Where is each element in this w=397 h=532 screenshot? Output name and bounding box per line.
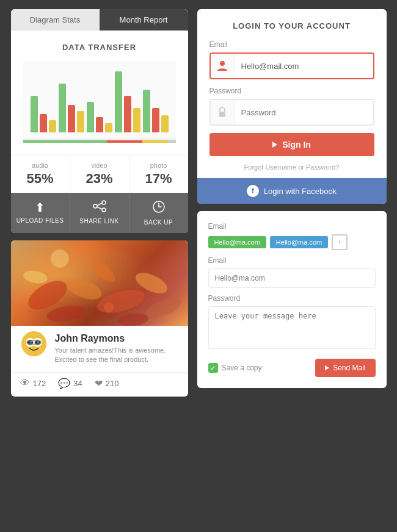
play-icon — [272, 142, 277, 148]
email-tags-row: Hello@ma.com Hello@ma.com + — [208, 234, 376, 250]
svg-line-4 — [97, 203, 102, 206]
password-input[interactable] — [235, 103, 373, 122]
svg-rect-28 — [219, 112, 225, 117]
email-input-wrapper — [209, 52, 374, 79]
bar-photo-3 — [105, 123, 112, 132]
bar-audio-3 — [87, 102, 94, 132]
left-column: Diagram Stats Month Report DATA TRANSFER — [11, 9, 188, 397]
profile-name: John Raymons — [55, 333, 179, 344]
profile-text: John Raymons Your talent amazes!This is … — [55, 333, 179, 365]
password-input-wrapper — [209, 99, 374, 126]
email-label: Email — [209, 40, 374, 49]
profile-image — [11, 240, 188, 326]
data-transfer-title: DATA TRANSFER — [23, 43, 176, 52]
stat-video: video 23% — [70, 156, 129, 193]
svg-point-27 — [220, 61, 225, 66]
strip-gray — [168, 140, 176, 143]
svg-point-10 — [45, 303, 86, 325]
email2-label: Email — [208, 256, 376, 265]
login-title: LOGIN TO YOUR ACCOUNT — [209, 21, 374, 31]
email-form-card: Email Hello@ma.com Hello@ma.com + Email … — [197, 211, 387, 388]
eye-icon: 👁 — [20, 378, 30, 389]
profile-bio: Your talent amazes!This is awesome. Exci… — [55, 346, 179, 365]
bar-video-2 — [68, 105, 75, 132]
tab-diagram-stats[interactable]: Diagram Stats — [11, 9, 100, 31]
form-footer: ✓ Save a copy Send Mail — [208, 359, 376, 377]
svg-point-8 — [95, 286, 147, 317]
stat-audio: audio 55% — [11, 156, 70, 193]
tabs-header: Diagram Stats Month Report — [11, 9, 188, 31]
right-column: LOGIN TO YOUR ACCOUNT Email Password — [197, 9, 387, 388]
bar-audio-1 — [31, 96, 38, 132]
strip-yellow — [142, 140, 169, 143]
save-copy-checkbox[interactable]: ✓ — [208, 363, 218, 373]
color-strip — [23, 140, 176, 143]
bar-audio-2 — [59, 84, 66, 132]
back-up-button[interactable]: BACK UP — [129, 193, 188, 233]
bar-photo-2 — [77, 111, 84, 132]
stats-card: Diagram Stats Month Report DATA TRANSFER — [11, 9, 188, 233]
svg-point-1 — [102, 208, 106, 212]
share-link-button[interactable]: SHARE LINK — [70, 193, 129, 233]
backup-icon — [133, 200, 185, 217]
svg-point-7 — [64, 275, 104, 304]
profile-card: John Raymons Your talent amazes!This is … — [11, 240, 188, 397]
bar-photo-5 — [161, 115, 169, 132]
profile-stat-views: 👁 172 — [20, 378, 46, 389]
message-textarea[interactable] — [208, 306, 376, 349]
user-icon — [211, 54, 235, 78]
facebook-icon: f — [247, 185, 259, 197]
bar-video-4 — [124, 96, 131, 132]
forgot-password-link[interactable]: Forgot Username or Password? — [209, 164, 374, 171]
bar-chart — [23, 61, 176, 140]
svg-point-12 — [144, 294, 183, 320]
email2-input[interactable] — [208, 268, 376, 288]
profile-stats: 👁 172 💬 34 ❤ 210 — [11, 372, 188, 397]
avatar — [20, 330, 48, 358]
stats-row: audio 55% video 23% photo 17% — [11, 155, 188, 193]
comment-icon: 💬 — [58, 378, 70, 389]
send-icon — [325, 365, 329, 370]
bar-audio-5 — [143, 90, 150, 132]
sign-in-button[interactable]: Sign In — [209, 133, 374, 156]
lock-icon — [211, 100, 235, 124]
bar-video-5 — [152, 108, 159, 132]
svg-point-11 — [87, 256, 118, 285]
bar-audio-4 — [115, 71, 122, 132]
bar-video-3 — [96, 117, 103, 132]
svg-point-13 — [22, 269, 48, 286]
share-icon — [73, 200, 126, 215]
profile-stat-likes: ❤ 210 — [95, 378, 119, 389]
email-tag-1[interactable]: Hello@ma.com — [208, 236, 266, 248]
svg-line-3 — [97, 207, 102, 209]
email-tags-label: Email — [208, 222, 376, 231]
bar-video-1 — [40, 114, 47, 132]
svg-point-14 — [117, 312, 149, 326]
strip-green — [23, 140, 107, 143]
bar-photo-4 — [133, 108, 140, 132]
heart-icon: ❤ — [95, 378, 103, 389]
password2-label: Password — [208, 294, 376, 303]
email-input[interactable] — [235, 57, 373, 76]
svg-point-25 — [37, 341, 38, 342]
add-tag-button[interactable]: + — [332, 234, 348, 250]
upload-files-button[interactable]: ⬆ UPLOAD FILES — [11, 193, 70, 233]
password-label: Password — [209, 87, 374, 95]
svg-point-16 — [104, 303, 114, 312]
save-copy-option: ✓ Save a copy — [208, 363, 262, 373]
facebook-login-button[interactable]: f Login with Facebook — [197, 178, 387, 204]
svg-point-15 — [51, 250, 69, 268]
svg-point-24 — [30, 341, 31, 342]
profile-stat-comments: 💬 34 — [58, 378, 82, 389]
tab-month-report[interactable]: Month Report — [100, 9, 188, 31]
login-card: LOGIN TO YOUR ACCOUNT Email Password — [197, 9, 387, 204]
svg-point-0 — [102, 201, 106, 204]
strip-red — [107, 140, 142, 143]
data-transfer-section: DATA TRANSFER — [11, 31, 188, 155]
upload-icon: ⬆ — [14, 200, 67, 215]
stat-photo: photo 17% — [129, 156, 188, 193]
actions-row: ⬆ UPLOAD FILES SHARE LINK — [11, 193, 188, 233]
email-tag-2[interactable]: Hello@ma.com — [270, 236, 328, 248]
profile-info: John Raymons Your talent amazes!This is … — [11, 326, 188, 372]
send-mail-button[interactable]: Send Mail — [315, 359, 375, 377]
